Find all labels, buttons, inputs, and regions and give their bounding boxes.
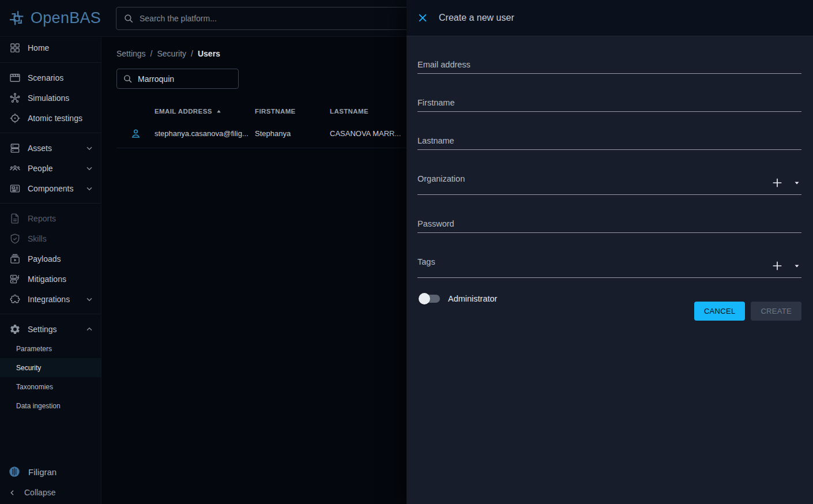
groups-icon xyxy=(9,163,21,174)
sidebar-item-components[interactable]: Components xyxy=(0,178,101,198)
sidebar-divider xyxy=(0,203,101,204)
header-firstname[interactable]: FIRSTNAME xyxy=(255,108,330,115)
sidebar-divider xyxy=(0,314,101,314)
cell-firstname: Stephanya xyxy=(255,129,330,138)
field-underline xyxy=(417,149,801,150)
sidebar-divider xyxy=(0,62,101,63)
sidebar-item-label: Mitigations xyxy=(28,274,66,284)
chevron-down-icon xyxy=(85,184,94,193)
sidebar-item-home[interactable]: Home xyxy=(0,37,101,58)
field-underline xyxy=(417,194,801,195)
sidebar-item-scenarios[interactable]: Scenarios xyxy=(0,67,101,88)
subscriptions-icon xyxy=(9,253,21,265)
breadcrumb-users: Users xyxy=(198,49,220,58)
grid-icon xyxy=(9,42,21,54)
chevron-down-icon xyxy=(85,164,94,173)
lastname-field-label: Lastname xyxy=(417,136,801,145)
sidebar-item-taxonomies[interactable]: Taxonomies xyxy=(0,377,101,396)
sidebar-item-label: People xyxy=(28,164,53,173)
organization-field-label: Organization xyxy=(417,174,801,183)
sidebar-item-parameters[interactable]: Parameters xyxy=(0,339,101,358)
dns-icon xyxy=(9,142,21,154)
users-filter-input[interactable] xyxy=(138,74,232,84)
breadcrumb-settings[interactable]: Settings xyxy=(116,49,146,58)
email-field[interactable]: Email address xyxy=(417,60,801,74)
sidebar-item-simulations[interactable]: Simulations xyxy=(0,88,101,108)
chevron-up-icon xyxy=(85,325,94,334)
field-underline xyxy=(417,232,801,233)
header-email-address[interactable]: EMAIL ADDRESS xyxy=(155,108,255,115)
create-button[interactable]: CREATE xyxy=(751,302,801,321)
add-organization-icon[interactable] xyxy=(771,176,784,189)
close-icon[interactable] xyxy=(415,10,430,25)
gear-icon xyxy=(9,324,21,335)
sidebar: Home Scenarios Simulations A xyxy=(0,37,101,504)
sidebar-item-assets[interactable]: Assets xyxy=(0,138,101,158)
platform-search[interactable] xyxy=(116,7,439,30)
sidebar-subitem-label: Taxonomies xyxy=(16,383,53,391)
cell-email: stephanya.casanova@filig... xyxy=(155,129,255,138)
password-field-label: Password xyxy=(417,219,801,228)
collapse-label: Collapse xyxy=(24,488,55,497)
cancel-button[interactable]: CANCEL xyxy=(694,302,746,321)
sidebar-item-mitigations[interactable]: Mitigations xyxy=(0,269,101,289)
sidebar-item-data-ingestion[interactable]: Data ingestion xyxy=(0,396,101,415)
sidebar-item-label: Reports xyxy=(28,214,56,223)
hub-icon xyxy=(9,92,21,104)
sidebar-item-skills: Skills xyxy=(0,228,101,249)
tags-field[interactable]: Tags xyxy=(417,257,801,278)
filigran-logo-icon xyxy=(8,465,21,478)
organization-field[interactable]: Organization xyxy=(417,174,801,195)
sort-asc-icon xyxy=(216,108,222,115)
firstname-field-label: Firstname xyxy=(417,98,801,107)
administrator-toggle[interactable]: Administrator xyxy=(419,294,497,303)
sidebar-item-atomic-testings[interactable]: Atomic testings xyxy=(0,108,101,128)
lastname-field[interactable]: Lastname xyxy=(417,136,801,150)
report-file-icon xyxy=(9,213,21,224)
dropdown-caret-icon[interactable] xyxy=(793,262,800,269)
filigran-link[interactable]: Filigran xyxy=(0,461,101,482)
sidebar-subitem-label: Data ingestion xyxy=(16,402,61,410)
chevron-down-icon xyxy=(85,144,94,153)
sidebar-item-label: Simulations xyxy=(28,93,69,103)
sidebar-item-label: Assets xyxy=(28,144,52,153)
email-field-label: Email address xyxy=(417,60,801,69)
chevron-down-icon xyxy=(85,295,94,304)
platform-search-input[interactable] xyxy=(140,14,431,23)
sidebar-item-security[interactable]: Security xyxy=(0,358,101,377)
breadcrumb-security[interactable]: Security xyxy=(157,49,186,58)
dropdown-caret-icon[interactable] xyxy=(793,179,800,186)
sidebar-footer: Filigran Collapse xyxy=(0,461,101,504)
movie-icon xyxy=(9,72,21,84)
app-logo[interactable]: OpenBAS xyxy=(0,9,101,28)
create-user-drawer: Create a new user Email address Firstnam… xyxy=(406,0,813,504)
add-tag-icon[interactable] xyxy=(771,259,784,272)
firstname-field[interactable]: Firstname xyxy=(417,98,801,112)
dynamic-form-icon xyxy=(9,273,21,285)
target-icon xyxy=(9,112,21,124)
search-icon xyxy=(123,13,134,24)
shield-check-icon xyxy=(9,233,21,245)
create-user-form: Email address Firstname Lastname Organiz… xyxy=(406,60,813,330)
sidebar-item-settings[interactable]: Settings xyxy=(0,319,101,339)
field-underline xyxy=(417,73,801,74)
collapse-sidebar-button[interactable]: Collapse xyxy=(0,482,101,503)
breadcrumb-separator: / xyxy=(150,49,153,58)
field-underline xyxy=(417,111,801,112)
sidebar-item-label: Settings xyxy=(28,325,57,334)
password-field[interactable]: Password xyxy=(417,219,801,233)
puzzle-icon xyxy=(9,294,21,305)
filigran-label: Filigran xyxy=(28,467,57,477)
search-icon xyxy=(123,74,133,84)
sidebar-subitem-label: Security xyxy=(16,364,41,372)
sidebar-item-payloads[interactable]: Payloads xyxy=(0,249,101,269)
sidebar-subitem-label: Parameters xyxy=(16,345,52,353)
users-filter[interactable] xyxy=(116,69,239,89)
switch-off[interactable] xyxy=(420,295,440,303)
sidebar-item-label: Scenarios xyxy=(28,73,63,82)
sidebar-item-integrations[interactable]: Integrations xyxy=(0,289,101,309)
sidebar-divider xyxy=(0,133,101,133)
sidebar-item-people[interactable]: People xyxy=(0,158,101,178)
field-underline xyxy=(417,277,801,278)
sidebar-item-label: Integrations xyxy=(28,295,70,304)
